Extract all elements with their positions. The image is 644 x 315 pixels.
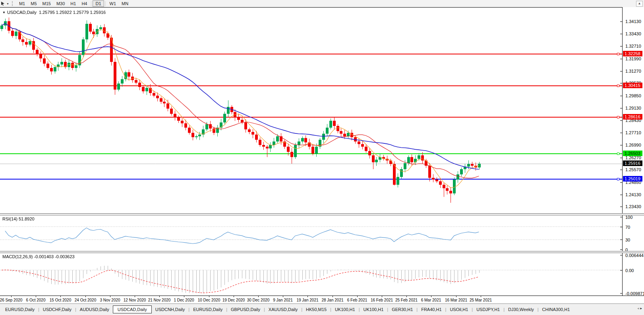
level-price-label: 1.28616 (623, 114, 642, 120)
tab-gbpusd-daily[interactable]: GBPUSD,Daily (227, 306, 264, 313)
price-tick-label: 1.29850 (625, 93, 641, 98)
date-label: 1 Dec 2020 (174, 298, 194, 302)
panel-divider[interactable] (0, 251, 644, 253)
date-label: 19 Dec 2020 (222, 298, 245, 302)
current-price-label: 1.25916 (623, 160, 642, 166)
timeframe-m30-button[interactable]: M30 (54, 0, 68, 7)
chart-title-collapse-icon[interactable]: ▼ (2, 11, 6, 14)
candlestick-chart-canvas[interactable] (0, 8, 622, 213)
price-tick-label: 1.26990 (625, 143, 641, 147)
price-tick-label: 1.24130 (625, 192, 641, 197)
time-axis-tick (11, 296, 12, 297)
main-chart-panel[interactable]: ▼USDCAD,Daily 1.25795 1.25922 1.25779 1.… (0, 7, 644, 213)
timeframe-buttons: M1M5M15M30H1H4D1W1MN (16, 0, 131, 7)
panel-divider[interactable] (0, 213, 644, 215)
toolbar-grip[interactable] (12, 1, 14, 6)
tab-usoil-h1[interactable]: USOil,H1 (446, 306, 472, 313)
trading-terminal-window: ▼ M1M5M15M30H1H4D1W1MN ▲ ▼USDCAD,Daily 1… (0, 0, 644, 315)
date-label: 6 Oct 2020 (26, 298, 46, 302)
tab-eurusd-daily[interactable]: EURUSD,Daily (190, 306, 226, 313)
time-axis-tick (481, 296, 481, 297)
macd-tick-label: 0.00 (625, 268, 634, 273)
date-label: 12 Nov 2020 (124, 298, 146, 302)
price-tick-label: 1.32710 (625, 44, 641, 48)
tab-uk100-h1[interactable]: UK100,H1 (360, 306, 387, 313)
tab-fra40-h1[interactable]: FRA40,H1 (418, 306, 445, 313)
date-label: 26 Sep 2020 (0, 298, 22, 302)
toolbar-separator (91, 1, 91, 6)
tab-china300-h1[interactable]: CHINA300,H1 (539, 306, 574, 313)
time-axis-tick (135, 296, 135, 297)
rsi-label: RSI(14) 51.8920 (2, 216, 35, 221)
rsi-tick-label: 100 (625, 215, 632, 220)
macd-tick-label: 0.006444 (625, 253, 644, 258)
price-tick-label: 1.23430 (625, 204, 641, 209)
time-axis-tick (209, 296, 209, 297)
toolbar: ▼ M1M5M15M30H1H4D1W1MN ▲ (0, 0, 644, 7)
rsi-chart-canvas[interactable] (0, 215, 622, 251)
rsi-panel[interactable]: RSI(14) 51.8920 (0, 215, 644, 251)
date-label: 24 Oct 2020 (75, 298, 96, 302)
date-label: 16 Mar 2021 (445, 298, 467, 302)
tab-dj30-weekly[interactable]: DJ30,Weekly (505, 306, 538, 313)
macd-chart-canvas[interactable] (0, 253, 622, 295)
timeframe-w1-button[interactable]: W1 (107, 0, 119, 7)
price-tick-label: 1.25570 (625, 167, 641, 172)
tab-eurusd-daily[interactable]: EURUSD,Daily (2, 306, 38, 313)
tab-hk50-m15[interactable]: HK50,M15 (302, 306, 330, 313)
date-label: 16 Feb 2021 (371, 298, 393, 302)
timeframe-m15-button[interactable]: M15 (40, 0, 54, 7)
timeframe-m1-button[interactable]: M1 (16, 0, 28, 7)
level-price-label: 1.26503 (623, 151, 642, 156)
timeframe-m5-button[interactable]: M5 (28, 0, 39, 7)
date-label: 9 Jan 2021 (273, 298, 293, 302)
tab-usdjpy-h1[interactable]: USDJPY,H1 (473, 306, 503, 313)
macd-tick-label: -0.009871 (625, 291, 644, 296)
date-label: 25 Mar 2021 (470, 298, 492, 302)
date-label: 28 Jan 2021 (321, 298, 343, 302)
toolbar-separator (105, 1, 106, 6)
time-axis-tick (258, 296, 259, 297)
chart-title: ▼USDCAD,Daily 1.25795 1.25922 1.25779 1.… (2, 10, 106, 15)
chevron-down-icon[interactable]: ▼ (6, 2, 9, 5)
time-axis-tick (36, 296, 36, 297)
tab-usdchf-daily[interactable]: USDCHF,Daily (39, 306, 75, 313)
rsi-tick-label: 70 (625, 225, 630, 230)
timeframe-mn-button[interactable]: MN (119, 0, 131, 7)
time-axis-tick (283, 296, 283, 297)
timeframe-h1-button[interactable]: H1 (68, 0, 79, 7)
cursor-tool-button[interactable]: ▼ (1, 1, 9, 6)
tab-scroll-right-button[interactable]: ▸ (640, 306, 643, 310)
chart-tab-bar: EURUSD,Daily|USDCHF,Daily|AUDUSD,DailyUS… (0, 303, 644, 315)
level-price-label: 1.25019 (623, 176, 642, 182)
price-tick-label: 1.33430 (625, 31, 641, 36)
tab-ger30-h1[interactable]: GER30,H1 (388, 306, 416, 313)
date-label: 21 Nov 2020 (148, 298, 171, 302)
time-axis-tick (60, 296, 61, 297)
time-axis-tick (110, 296, 110, 297)
price-tick-label: 1.29130 (625, 106, 641, 110)
date-label: 6 Mar 2021 (421, 298, 441, 302)
time-axis-tick (431, 296, 431, 297)
tab-usdcnh-daily[interactable]: USDCNH,Daily (152, 306, 189, 313)
date-label: 19 Jan 2021 (296, 298, 318, 302)
chart-symbol-label: USDCAD,Daily (7, 10, 37, 15)
timeframe-d1-button[interactable]: D1 (93, 0, 104, 7)
price-tick-label: 1.31990 (625, 56, 641, 61)
price-tick-label: 1.34130 (625, 19, 641, 24)
time-axis[interactable]: 26 Sep 20206 Oct 202015 Oct 202024 Oct 2… (0, 296, 644, 303)
tab-scroll-arrows: ◂▸ (636, 306, 643, 310)
tab-usdcad-daily[interactable]: USDCAD,Daily (113, 305, 152, 313)
macd-panel[interactable]: MACD(12,26,9) -0.001403 -0.003623 (0, 253, 644, 296)
macd-label: MACD(12,26,9) -0.001403 -0.003623 (2, 254, 75, 259)
toolbar-scroll-up-button[interactable]: ▲ (636, 1, 643, 7)
date-label: 10 Dec 2020 (198, 298, 220, 302)
tab-audusd-daily[interactable]: AUDUSD,Daily (76, 306, 113, 313)
time-axis-tick (333, 296, 333, 297)
timeframe-h4-button[interactable]: H4 (79, 0, 90, 7)
date-label: 3 Nov 2020 (100, 298, 120, 302)
price-tick-label: 1.27710 (625, 130, 641, 135)
tab-uk100-h1[interactable]: UK100,H1 (331, 306, 359, 313)
tab-xauusd-daily[interactable]: XAUUSD,Daily (265, 306, 301, 313)
time-axis-tick (85, 296, 86, 297)
